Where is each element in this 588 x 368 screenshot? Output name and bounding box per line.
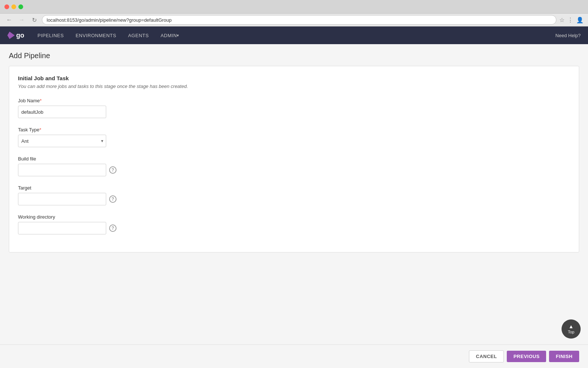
main-content: Add Pipeline Initial Job and Task You ca…	[0, 44, 588, 368]
logo-icon	[7, 32, 15, 39]
help-link[interactable]: Need Help?	[555, 33, 581, 38]
app-nav: go PIPELINES ENVIRONMENTS AGENTS ADMIN N…	[0, 26, 588, 44]
previous-button[interactable]: PREVIOUS	[507, 351, 546, 362]
nav-agents[interactable]: AGENTS	[122, 26, 154, 44]
nav-pipelines[interactable]: PIPELINES	[32, 26, 70, 44]
cancel-button[interactable]: CANCEL	[469, 350, 504, 362]
nav-links: PIPELINES ENVIRONMENTS AGENTS ADMIN	[32, 26, 555, 44]
profile-icon[interactable]: 👤	[576, 17, 584, 24]
task-type-label: Task Type*	[18, 127, 570, 132]
browser-toolbar: ← → ↻ localhost:8153/go/admin/pipeline/n…	[0, 13, 588, 26]
window-controls	[4, 4, 23, 9]
browser-chrome: ← → ↻ localhost:8153/go/admin/pipeline/n…	[0, 0, 588, 26]
bookmark-icon[interactable]: ☆	[559, 17, 564, 24]
target-help-icon[interactable]: ?	[109, 195, 116, 203]
scroll-top-label: Top	[568, 330, 574, 334]
job-name-input[interactable]	[18, 106, 106, 118]
working-dir-group: Working directory ?	[18, 214, 570, 234]
target-group: Target ?	[18, 185, 570, 205]
job-name-group: Job Name*	[18, 98, 570, 118]
build-file-help-icon[interactable]: ?	[109, 166, 116, 174]
target-input[interactable]	[18, 193, 106, 205]
scroll-to-top-button[interactable]: ▲ Top	[562, 319, 581, 339]
section-title: Initial Job and Task	[18, 75, 570, 81]
footer-buttons: CANCEL PREVIOUS FINISH	[0, 344, 588, 368]
close-button[interactable]	[4, 4, 9, 9]
back-button[interactable]: ←	[4, 15, 14, 25]
address-bar[interactable]: localhost:8153/go/admin/pipeline/new?gro…	[42, 15, 556, 25]
working-dir-input[interactable]	[18, 222, 106, 234]
job-name-required: *	[40, 98, 42, 103]
minimize-button[interactable]	[11, 4, 16, 9]
app-logo[interactable]: go	[7, 32, 24, 39]
build-file-group: Build file ?	[18, 156, 570, 176]
scroll-top-arrow-icon: ▲	[569, 324, 574, 329]
reload-button[interactable]: ↻	[29, 15, 39, 25]
task-type-select-wrapper: Ant NAnt Rake Custom Command Fetch Artif…	[18, 135, 106, 147]
finish-button[interactable]: FINISH	[549, 351, 579, 362]
target-field: ?	[18, 193, 570, 205]
working-dir-field: ?	[18, 222, 570, 234]
build-file-input[interactable]	[18, 164, 106, 176]
form-card: Initial Job and Task You can add more jo…	[9, 66, 579, 252]
url-text: localhost:8153/go/admin/pipeline/new?gro…	[47, 17, 172, 23]
logo-text: go	[16, 32, 24, 39]
forward-button[interactable]: →	[17, 15, 26, 25]
task-type-required: *	[39, 127, 41, 132]
target-label: Target	[18, 185, 570, 191]
nav-admin[interactable]: ADMIN	[155, 26, 185, 44]
menu-icon[interactable]: ⋮	[567, 17, 573, 24]
build-file-label: Build file	[18, 156, 570, 162]
task-type-group: Task Type* Ant NAnt Rake Custom Command …	[18, 127, 570, 147]
title-bar	[0, 0, 588, 13]
task-type-select[interactable]: Ant NAnt Rake Custom Command Fetch Artif…	[18, 135, 106, 147]
job-name-label: Job Name*	[18, 98, 570, 103]
working-dir-help-icon[interactable]: ?	[109, 224, 116, 232]
maximize-button[interactable]	[18, 4, 23, 9]
section-description: You can add more jobs and tasks to this …	[18, 84, 570, 89]
build-file-field: ?	[18, 164, 570, 176]
nav-environments[interactable]: ENVIRONMENTS	[70, 26, 122, 44]
working-dir-label: Working directory	[18, 214, 570, 220]
page-title: Add Pipeline	[9, 52, 579, 60]
